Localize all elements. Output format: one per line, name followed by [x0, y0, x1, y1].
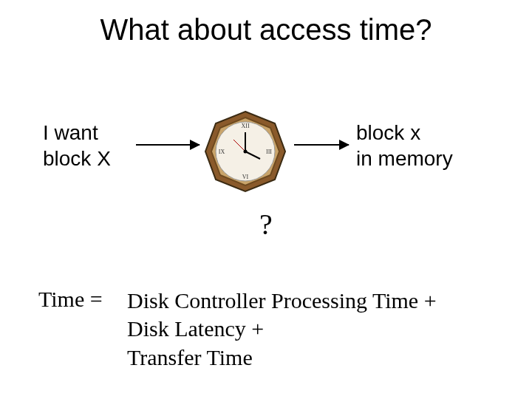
svg-text:IX: IX	[219, 149, 225, 155]
label-i-want-block-x: I wantblock X	[43, 120, 111, 171]
svg-point-10	[244, 150, 248, 154]
page-title: What about access time?	[0, 13, 532, 47]
question-mark: ?	[0, 207, 532, 242]
svg-text:XII: XII	[241, 123, 249, 129]
label-block-x-in-memory: block xin memory	[356, 120, 453, 171]
equation-rhs: Disk Controller Processing Time +Disk La…	[127, 287, 437, 372]
equation-lhs: Time =	[38, 287, 103, 312]
arrow-icon	[136, 144, 200, 146]
svg-text:III: III	[266, 149, 272, 155]
slide: What about access time? I wantblock X XI…	[0, 0, 532, 399]
clock-icon: XII III VI IX	[201, 107, 290, 196]
arrow-icon	[294, 144, 349, 146]
svg-text:VI: VI	[242, 174, 249, 180]
